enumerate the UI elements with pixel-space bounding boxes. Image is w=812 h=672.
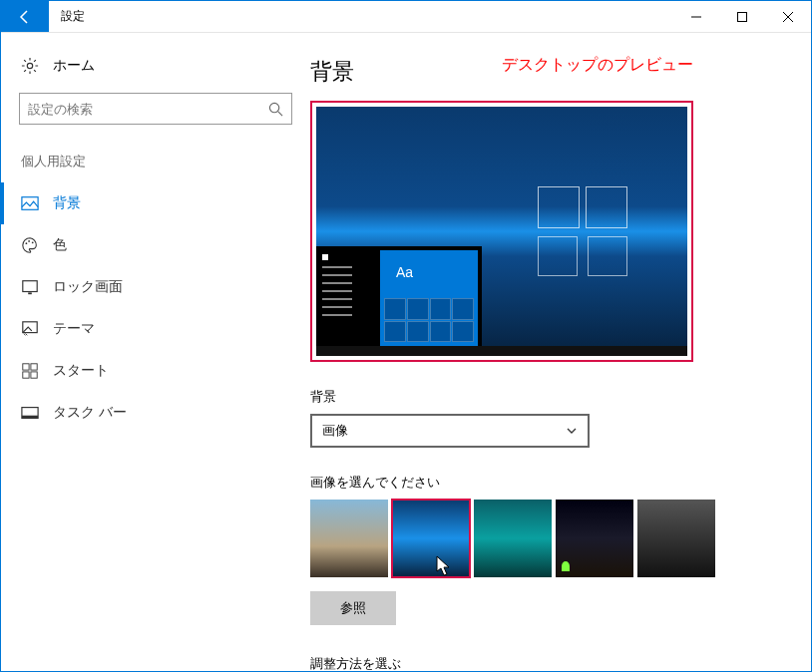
desktop-preview: Aa (310, 101, 693, 362)
sidebar-item-label: 色 (53, 236, 67, 254)
sidebar-item-label: タスク バー (53, 404, 127, 422)
browse-button[interactable]: 参照 (310, 591, 396, 625)
sidebar: ホーム 個人用設定 背景 色 ロック画面 テーマ (1, 33, 310, 671)
search-icon (268, 102, 283, 117)
svg-rect-11 (31, 364, 37, 370)
sidebar-item-label: テーマ (53, 320, 95, 338)
sidebar-item-taskbar[interactable]: タスク バー (1, 392, 310, 434)
svg-rect-8 (28, 292, 32, 294)
palette-icon (21, 236, 39, 254)
section-label: 個人用設定 (1, 153, 310, 182)
sidebar-item-colors[interactable]: 色 (1, 224, 310, 266)
svg-point-2 (269, 103, 278, 112)
maximize-button[interactable] (719, 1, 765, 32)
close-icon (783, 12, 793, 22)
svg-rect-7 (23, 281, 37, 292)
search-input[interactable] (28, 102, 268, 117)
background-type-label: 背景 (310, 388, 775, 406)
search-box[interactable] (19, 93, 292, 125)
window-title: 設定 (49, 1, 97, 32)
svg-rect-12 (23, 372, 29, 378)
svg-rect-0 (738, 12, 747, 21)
thumbnail-2[interactable] (392, 500, 470, 577)
main-content: 背景 デスクトップのプレビュー Aa 背景 (310, 33, 811, 671)
svg-rect-10 (23, 364, 29, 370)
arrow-left-icon (17, 9, 33, 25)
sidebar-item-start[interactable]: スタート (1, 350, 310, 392)
svg-rect-13 (31, 372, 37, 378)
sidebar-item-label: 背景 (53, 194, 81, 212)
svg-point-4 (26, 242, 28, 244)
lockscreen-icon (21, 278, 39, 296)
svg-point-6 (32, 241, 34, 243)
svg-point-1 (27, 63, 32, 68)
maximize-icon (737, 12, 747, 22)
back-button[interactable] (1, 1, 49, 32)
sidebar-item-label: ロック画面 (53, 278, 123, 296)
background-type-dropdown[interactable]: 画像 (310, 414, 590, 448)
svg-point-5 (28, 240, 30, 242)
sidebar-item-lockscreen[interactable]: ロック画面 (1, 266, 310, 308)
home-label: ホーム (53, 57, 95, 75)
image-thumbnails (310, 500, 775, 577)
svg-rect-15 (22, 416, 38, 419)
gear-icon (21, 57, 39, 75)
preview-sample-text: Aa (396, 264, 413, 280)
sidebar-item-themes[interactable]: テーマ (1, 308, 310, 350)
annotation-label: デスクトップのプレビュー (502, 55, 693, 76)
minimize-button[interactable] (673, 1, 719, 32)
home-link[interactable]: ホーム (1, 51, 310, 93)
fit-label: 調整方法を選ぶ (310, 655, 775, 671)
sidebar-item-label: スタート (53, 362, 109, 380)
theme-icon (21, 320, 39, 338)
start-icon (21, 362, 39, 380)
titlebar: 設定 (1, 1, 811, 33)
thumbnail-3[interactable] (474, 500, 552, 577)
chevron-down-icon (566, 425, 578, 437)
sidebar-item-background[interactable]: 背景 (1, 182, 310, 224)
close-button[interactable] (765, 1, 811, 32)
picture-icon (21, 194, 39, 212)
dropdown-value: 画像 (322, 422, 348, 440)
thumbnail-5[interactable] (637, 500, 715, 577)
thumbnail-4[interactable] (556, 500, 633, 577)
taskbar-icon (21, 404, 39, 422)
minimize-icon (691, 12, 701, 22)
choose-image-label: 画像を選んでください (310, 474, 775, 492)
thumbnail-1[interactable] (310, 500, 388, 577)
cursor-icon (436, 555, 452, 577)
